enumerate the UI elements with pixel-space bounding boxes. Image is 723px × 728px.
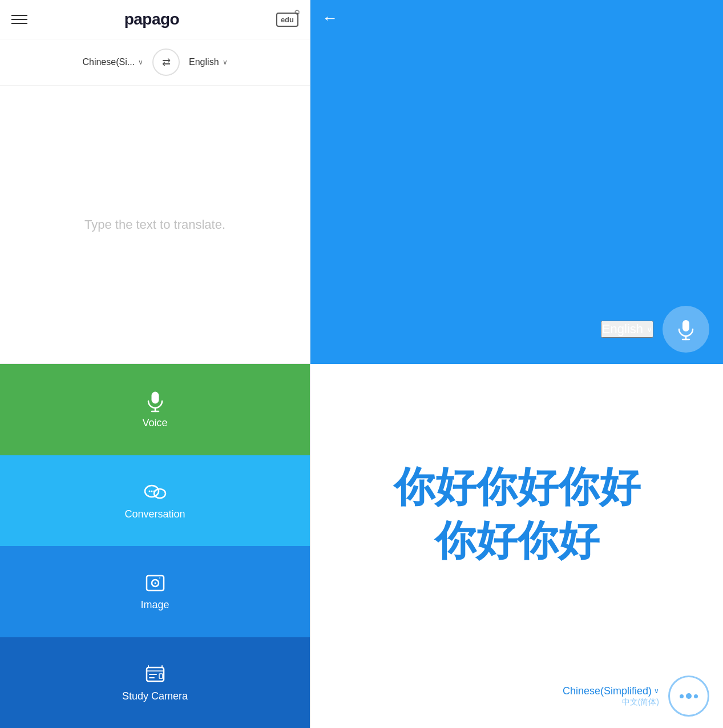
input-placeholder: Type the text to translate. — [84, 217, 225, 232]
microphone-button[interactable] — [663, 306, 709, 353]
back-button[interactable]: ← — [322, 10, 338, 26]
source-lang-row: Chinese(Simplified) ∨ — [563, 685, 659, 697]
swap-languages-button[interactable]: ⇄ — [152, 48, 180, 76]
target-language-button[interactable]: English ∨ — [189, 57, 227, 67]
image-label: Image — [140, 599, 169, 611]
svg-rect-19 — [159, 674, 163, 678]
translation-input-area[interactable]: Type the text to translate. — [0, 86, 310, 363]
svg-rect-3 — [152, 392, 159, 403]
source-language-label: Chinese(Si... — [82, 57, 135, 67]
top-right-panel: ← English ∨ — [310, 0, 723, 364]
conversation-label: Conversation — [124, 508, 185, 520]
dot-2 — [686, 693, 692, 699]
study-camera-icon — [144, 663, 167, 686]
top-left-panel: papago edu Chinese(Si... ∨ ⇄ English ∨ T… — [0, 0, 310, 364]
output-language-label: English — [602, 322, 643, 337]
output-language-button[interactable]: English ∨ — [601, 321, 653, 338]
svg-rect-0 — [682, 320, 689, 331]
dot-1 — [680, 694, 684, 698]
source-language-button[interactable]: Chinese(Si... ∨ — [82, 57, 143, 67]
svg-point-13 — [154, 583, 156, 584]
translated-chinese-text: 你好你好你好你好你好 — [394, 460, 640, 567]
app-logo: papago — [124, 10, 180, 29]
source-lang-name: Chinese(Simplified) — [563, 685, 652, 697]
mic-icon — [674, 318, 697, 341]
top-right-footer: English ∨ — [310, 294, 723, 364]
top-left-header: papago edu — [0, 0, 310, 39]
translation-output-area — [310, 37, 723, 294]
conversation-menu-item[interactable]: Conversation — [0, 455, 310, 547]
translated-text-area: 你好你好你好你好你好 — [310, 364, 723, 664]
svg-point-10 — [153, 490, 155, 492]
voice-menu-item[interactable]: Voice — [0, 364, 310, 455]
hamburger-menu[interactable] — [11, 15, 27, 24]
source-lang-subtitle: 中文(简体) — [622, 697, 659, 707]
swap-icon: ⇄ — [162, 56, 171, 68]
conversation-icon — [144, 481, 167, 504]
target-language-label: English — [189, 57, 219, 67]
study-camera-label: Study Camera — [122, 690, 188, 702]
image-icon — [144, 572, 167, 594]
source-lang-chevron-icon: ∨ — [654, 687, 659, 695]
top-right-header: ← — [310, 0, 723, 37]
study-camera-menu-item[interactable]: Study Camera — [0, 637, 310, 729]
back-icon: ← — [322, 9, 338, 27]
dot-3 — [694, 694, 698, 698]
voice-icon — [144, 390, 167, 412]
source-language-display[interactable]: Chinese(Simplified) ∨ 中文(简体) — [563, 685, 659, 707]
output-lang-chevron: ∨ — [647, 325, 652, 334]
audio-dots-button[interactable] — [668, 676, 709, 717]
edu-button[interactable]: edu — [276, 13, 298, 27]
voice-label: Voice — [142, 417, 167, 429]
target-lang-chevron: ∨ — [223, 58, 228, 66]
bottom-right-footer: Chinese(Simplified) ∨ 中文(简体) — [310, 664, 723, 728]
source-lang-chevron: ∨ — [138, 58, 143, 66]
svg-point-7 — [154, 489, 165, 498]
svg-point-8 — [148, 490, 150, 492]
image-menu-item[interactable]: Image — [0, 546, 310, 637]
bottom-left-panel: Voice Conversation Image — [0, 364, 310, 728]
bottom-right-panel: 你好你好你好你好你好 Chinese(Simplified) ∨ 中文(简体) — [310, 364, 723, 728]
svg-point-9 — [151, 490, 152, 492]
language-selector: Chinese(Si... ∨ ⇄ English ∨ — [0, 39, 310, 86]
